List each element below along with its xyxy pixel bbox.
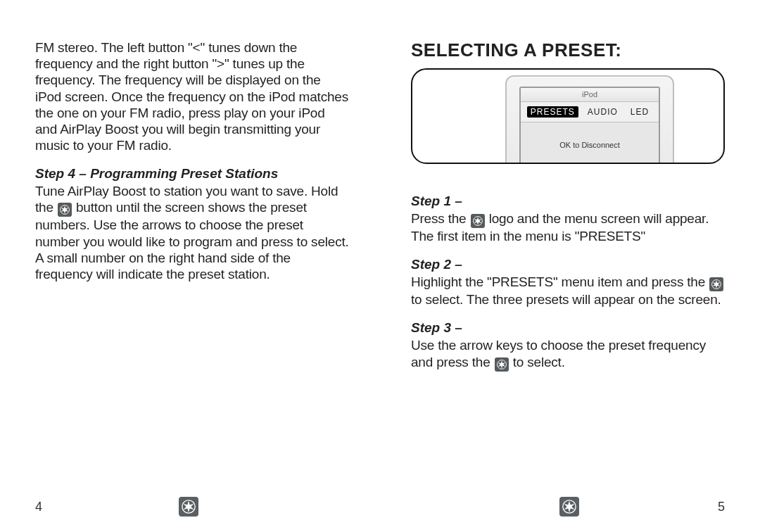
menu-item-led: LED	[627, 106, 652, 118]
footer-logo-icon	[179, 497, 198, 517]
footer-logo-icon	[559, 497, 579, 517]
page-left: FM stereo. The left button "<" tunes dow…	[0, 0, 380, 532]
footer-right: 5	[411, 497, 725, 517]
logo-icon	[495, 357, 509, 372]
step1-heading: Step 1 –	[411, 194, 725, 209]
step4-body-b: button until the screen shows the preset…	[35, 200, 349, 281]
section-heading: SELECTING A PRESET:	[411, 39, 725, 61]
figure-preset-menu: iPod PRESETS AUDIO LED OK to Disconnect	[411, 68, 725, 164]
step2-b: to select. The three presets will appear…	[411, 292, 721, 307]
logo-icon	[58, 203, 72, 217]
intro-paragraph: FM stereo. The left button "<" tunes dow…	[35, 39, 349, 153]
step2-a: Highlight the "PRESETS" menu item and pr…	[411, 274, 709, 289]
step3-heading: Step 3 –	[411, 320, 725, 336]
page-right: SELECTING A PRESET: iPod PRESETS AUDIO L…	[380, 0, 760, 532]
step2-heading: Step 2 –	[411, 257, 725, 272]
menu-item-presets: PRESETS	[527, 106, 578, 118]
logo-icon	[709, 277, 723, 291]
step1-body: Press the logo and the menu screen will …	[411, 210, 725, 244]
step4-heading: Step 4 – Programming Preset Stations	[35, 166, 349, 182]
menu-row: PRESETS AUDIO LED	[521, 102, 659, 122]
manual-spread: FM stereo. The left button "<" tunes dow…	[0, 0, 760, 532]
page-number-left: 4	[35, 500, 42, 514]
step4-body: Tune AirPlay Boost to station you want t…	[35, 183, 349, 282]
footer-left: 4	[35, 497, 345, 517]
logo-icon	[471, 214, 485, 228]
screen-header: iPod	[521, 88, 659, 102]
ipod-screen: iPod PRESETS AUDIO LED OK to Disconnect	[519, 87, 660, 164]
page-number-right: 5	[718, 500, 725, 514]
ok-to-disconnect: OK to Disconnect	[521, 141, 659, 149]
step3-body: Use the arrow keys to choose the preset …	[411, 337, 725, 371]
step1-a: Press the	[411, 211, 470, 226]
step2-body: Highlight the "PRESETS" menu item and pr…	[411, 274, 725, 308]
menu-item-audio: AUDIO	[584, 106, 621, 118]
ipod-device: iPod PRESETS AUDIO LED OK to Disconnect	[505, 75, 674, 164]
step3-b: to select.	[509, 355, 565, 369]
